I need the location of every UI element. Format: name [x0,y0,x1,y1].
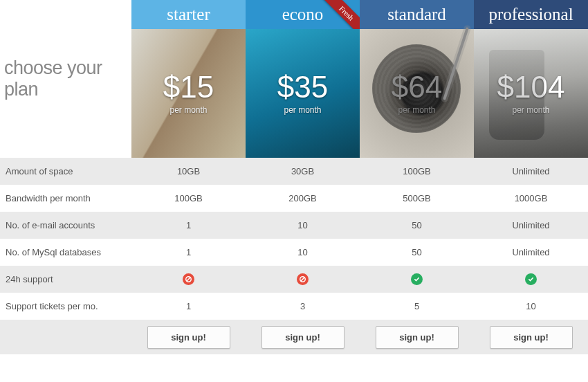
plan-image: $64 per month [360,29,474,158]
plan-head-standard: standard $64 per month [360,0,474,158]
feature-cell [360,266,474,293]
feature-cell: Unlimited [474,158,588,185]
feature-cell: 10 [246,239,360,266]
feature-cell [246,266,360,293]
feature-cell: 10 [474,293,588,320]
plan-title: standard [360,0,474,29]
signup-button-professional[interactable]: sign up! [490,326,573,349]
feature-cell: Unlimited [474,239,588,266]
no-icon [297,273,309,285]
feature-cell: 5 [360,293,474,320]
feature-cell: 30GB [246,158,360,185]
plan-image: $15 per month [131,29,246,158]
header-row: choose your plan starter $15 per month e… [0,0,588,158]
feature-cell: 50 [360,212,474,239]
feature-label: Bandwidth per month [0,185,131,212]
signup-button-econo[interactable]: sign up! [261,326,344,349]
feature-cell: 1 [131,239,246,266]
feature-cell: 10 [246,212,360,239]
feature-cell: 100GB [131,185,246,212]
plan-head-econo: econo Fresh $35 per month [246,0,360,158]
yes-icon [411,273,423,285]
plan-title: starter [131,0,246,29]
choose-plan-heading: choose your plan [0,0,131,158]
feature-cell [131,266,246,293]
plan-price: $15 [163,72,214,102]
signup-row: sign up! sign up! sign up! sign up! [0,320,588,354]
feature-row: Support tickets per mo.13510 [0,293,588,320]
plan-price: $35 [277,72,328,102]
feature-cell [474,266,588,293]
feature-label: 24h support [0,266,131,293]
yes-icon [525,273,537,285]
pricing-table: choose your plan starter $15 per month e… [0,0,588,354]
plan-head-starter: starter $15 per month [131,0,246,158]
feature-row: 24h support [0,266,588,293]
plan-head-professional: professional $104 per month [474,0,588,158]
plan-period: per month [169,105,207,115]
feature-cell: 1 [131,293,246,320]
feature-row: Amount of space10GB30GB100GBUnlimited [0,158,588,185]
feature-cell: 1 [131,212,246,239]
no-icon [183,273,194,285]
feature-label: Amount of space [0,158,131,185]
svg-line-1 [187,278,190,281]
plan-image: $104 per month [474,29,588,158]
plan-image: $35 per month [246,29,360,158]
feature-row: Bandwidth per month100GB200GB500GB1000GB [0,185,588,212]
feature-label: Support tickets per mo. [0,293,131,320]
plan-period: per month [284,105,321,115]
feature-cell: 200GB [246,185,360,212]
plan-title: professional [474,0,588,29]
feature-cell: 100GB [360,158,474,185]
feature-row: No. of e-mail accounts11050Unlimited [0,212,588,239]
feature-label: No. of MySql databases [0,239,131,266]
feature-cell: Unlimited [474,212,588,239]
plan-period: per month [398,105,435,115]
feature-row: No. of MySql databases11050Unlimited [0,239,588,266]
plan-price: $104 [497,72,565,102]
feature-cell: 1000GB [474,185,588,212]
feature-label: No. of e-mail accounts [0,212,131,239]
plan-period: per month [512,105,549,115]
feature-cell: 500GB [360,185,474,212]
feature-cell: 50 [360,239,474,266]
feature-cell: 10GB [131,158,246,185]
signup-button-standard[interactable]: sign up! [376,326,459,349]
signup-button-starter[interactable]: sign up! [147,326,230,349]
svg-line-3 [301,278,304,281]
plan-price: $64 [392,72,442,102]
feature-cell: 3 [246,293,360,320]
